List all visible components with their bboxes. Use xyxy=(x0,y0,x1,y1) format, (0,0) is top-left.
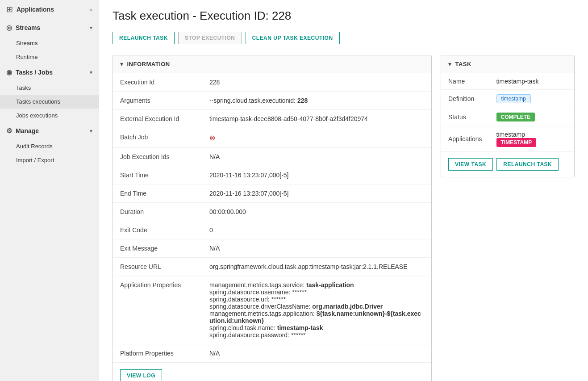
task-table: Name timestamp-task Definition timestamp… xyxy=(441,73,574,152)
table-row: Arguments --spring.cloud.task.executioni… xyxy=(113,92,431,110)
collapse-icon[interactable]: « xyxy=(89,6,92,13)
task-title: TASK xyxy=(455,61,471,67)
action-bar: RELAUNCH TASK STOP EXECUTION CLEAN UP TA… xyxy=(113,32,575,44)
field-label: Arguments xyxy=(113,92,202,110)
field-value: timestamp-task-dcee8808-ad50-4077-8b0f-a… xyxy=(202,110,431,128)
tasks-icon: ◉ xyxy=(6,68,12,76)
field-label: Job Execution Ids xyxy=(113,148,202,166)
page-title: Task execution - Execution ID: 228 xyxy=(113,9,575,23)
table-row: End Time 2020-11-16 13:23:07,000[-5] xyxy=(113,184,431,203)
field-label: Batch Job xyxy=(113,128,202,148)
field-value: 0 xyxy=(202,221,431,239)
relaunch-task-button[interactable]: RELAUNCH TASK xyxy=(113,32,175,44)
field-value: timestamp-task xyxy=(489,73,575,90)
field-label: Definition xyxy=(441,90,489,108)
field-label: Execution Id xyxy=(113,73,202,92)
table-row: Job Execution Ids N/A xyxy=(113,148,431,166)
sidebar-section-streams[interactable]: ◎ Streams ▾ xyxy=(0,19,99,36)
field-value: N/A xyxy=(202,148,431,166)
information-section-header: ▾ INFORMATION xyxy=(113,55,431,73)
sidebar-item-import-export[interactable]: Import / Export xyxy=(0,153,99,167)
field-value: --spring.cloud.task.executionid: 228 xyxy=(202,92,431,110)
field-label: Duration xyxy=(113,203,202,221)
field-value: 228 xyxy=(202,73,431,92)
table-row: External Execution Id timestamp-task-dce… xyxy=(113,110,431,128)
field-value: 2020-11-16 13:23:07,000[-5] xyxy=(202,184,431,203)
info-collapse-icon: ▾ xyxy=(120,61,124,67)
manage-icon: ⚙ xyxy=(6,127,12,135)
task-collapse-icon: ▾ xyxy=(448,61,452,67)
field-label: Exit Code xyxy=(113,221,202,239)
sidebar-section-tasks-label: Tasks / Jobs xyxy=(16,69,53,76)
table-row: Definition timestamp xyxy=(441,90,574,108)
field-label: Start Time xyxy=(113,166,202,184)
sidebar-item-jobs-executions[interactable]: Jobs executions xyxy=(0,109,99,122)
definition-badge: timestamp xyxy=(496,94,531,103)
view-log-button[interactable]: VIEW LOG xyxy=(120,369,162,381)
field-label: Applications xyxy=(441,126,489,152)
task-section-header: ▾ TASK xyxy=(441,55,574,73)
field-value: N/A xyxy=(202,344,431,363)
table-row: Platform Properties N/A xyxy=(113,344,431,363)
field-label: External Execution Id xyxy=(113,110,202,128)
status-badge: COMPLETE xyxy=(496,113,535,121)
field-label: Resource URL xyxy=(113,258,202,276)
info-table: Execution Id 228 Arguments --spring.clou… xyxy=(113,73,431,363)
field-label: Application Properties xyxy=(113,276,202,344)
stop-execution-button[interactable]: STOP EXECUTION xyxy=(178,32,242,44)
field-label: Exit Message xyxy=(113,239,202,258)
sidebar-item-runtime[interactable]: Runtime xyxy=(0,50,99,64)
field-value: 2020-11-16 13:23:07,000[-5] xyxy=(202,166,431,184)
information-panel: ▾ INFORMATION Execution Id 228 Arguments… xyxy=(113,55,432,381)
field-value: ⊗ xyxy=(202,128,431,148)
sidebar-section-tasks[interactable]: ◉ Tasks / Jobs ▾ xyxy=(0,64,99,81)
sidebar-section-streams-label: Streams xyxy=(16,24,40,31)
view-task-button[interactable]: VIEW TASK xyxy=(448,158,493,171)
field-label: Status xyxy=(441,108,489,126)
table-row: Batch Job ⊗ xyxy=(113,128,431,148)
information-title: INFORMATION xyxy=(127,61,170,67)
field-label: End Time xyxy=(113,184,202,203)
field-label: Platform Properties xyxy=(113,344,202,363)
tasks-chevron: ▾ xyxy=(90,70,92,75)
streams-chevron: ▾ xyxy=(90,25,92,31)
table-row: Start Time 2020-11-16 13:23:07,000[-5] xyxy=(113,166,431,184)
manage-chevron: ▾ xyxy=(90,128,92,134)
table-row: Name timestamp-task xyxy=(441,73,574,90)
table-row: Applications timestamp TIMESTAMP xyxy=(441,126,574,152)
field-value: timestamp xyxy=(489,90,575,108)
cleanup-task-button[interactable]: CLEAN UP TASK EXECUTION xyxy=(246,32,340,44)
sidebar-item-audit-records[interactable]: Audit Records xyxy=(0,139,99,153)
table-row: Application Properties management.metric… xyxy=(113,276,431,344)
sidebar-section-manage[interactable]: ⚙ Manage ▾ xyxy=(0,122,99,139)
field-value: timestamp TIMESTAMP xyxy=(489,126,575,152)
field-value: management.metrics.tags.service: task-ap… xyxy=(202,276,431,344)
sidebar-section-manage-label: Manage xyxy=(16,127,39,134)
field-value: 00:00:00.000 xyxy=(202,203,431,221)
field-value: N/A xyxy=(202,239,431,258)
batch-job-error-icon: ⊗ xyxy=(209,134,215,142)
streams-icon: ◎ xyxy=(6,24,12,32)
main-content: Task execution - Execution ID: 228 RELAU… xyxy=(99,0,588,381)
table-row: Exit Message N/A xyxy=(113,239,431,258)
sidebar-item-streams[interactable]: Streams xyxy=(0,36,99,50)
field-value: org.springframework.cloud.task.app:times… xyxy=(202,258,431,276)
table-row: Status COMPLETE xyxy=(441,108,574,126)
table-row: Exit Code 0 xyxy=(113,221,431,239)
content-layout: ▾ INFORMATION Execution Id 228 Arguments… xyxy=(113,55,575,381)
sidebar: ⊞ Applications « ◎ Streams ▾ Streams Run… xyxy=(0,0,99,381)
table-row: Execution Id 228 xyxy=(113,73,431,92)
sidebar-header: ⊞ Applications « xyxy=(0,0,99,19)
task-actions: VIEW TASK RELAUNCH TASK xyxy=(441,152,574,177)
view-log-row: VIEW LOG xyxy=(113,363,431,381)
app-name: timestamp xyxy=(496,131,525,138)
sidebar-item-tasks-executions[interactable]: Tasks executions xyxy=(0,95,99,109)
sidebar-item-tasks[interactable]: Tasks xyxy=(0,81,99,95)
sidebar-app-label[interactable]: Applications xyxy=(13,6,89,13)
app-badge: TIMESTAMP xyxy=(496,138,537,147)
table-row: Resource URL org.springframework.cloud.t… xyxy=(113,258,431,276)
field-value: COMPLETE xyxy=(489,108,575,126)
relaunch-task-panel-button[interactable]: RELAUNCH TASK xyxy=(496,158,559,171)
table-row: Duration 00:00:00.000 xyxy=(113,203,431,221)
field-label: Name xyxy=(441,73,489,90)
